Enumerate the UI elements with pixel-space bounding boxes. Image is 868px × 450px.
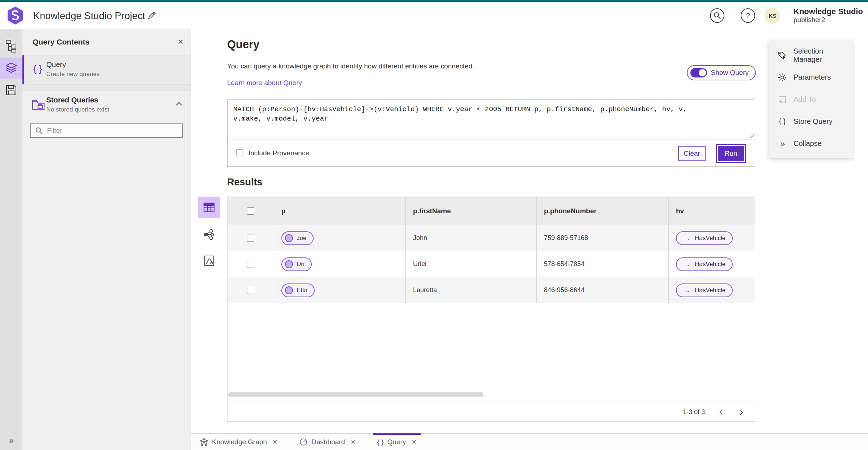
learn-more-link[interactable]: Learn more about Query (227, 79, 302, 87)
cell-firstname: John (413, 234, 427, 242)
arrow-right-icon: → (683, 234, 690, 242)
column-header-phonenumber[interactable]: p.phoneNumber (544, 207, 597, 215)
tab-knowledge-graph[interactable]: Knowledge Graph × (195, 434, 282, 450)
network-icon (204, 229, 214, 240)
close-tab-icon[interactable]: × (273, 437, 277, 447)
add-to-button[interactable]: Add To (769, 88, 853, 110)
double-chevron-right-icon: » (9, 436, 13, 445)
selection-manager-button[interactable]: Selection Manager (769, 44, 853, 66)
knowledge-graph-icon (200, 438, 208, 446)
arrow-right-icon: → (683, 286, 690, 294)
app-header: Knowledge Studio Project ? KS Knowledge … (0, 2, 868, 29)
previous-page-button[interactable] (717, 408, 725, 417)
textarea-resize-handle[interactable] (749, 133, 754, 138)
stored-queries-subtitle: No stored queries exist (46, 106, 109, 113)
horizontal-scrollbar-thumb[interactable] (228, 392, 484, 397)
query-item[interactable]: { } Query Create new queries (22, 55, 191, 84)
filter-field (30, 123, 183, 138)
node-pill[interactable]: Uri (281, 257, 312, 271)
select-all-checkbox[interactable] (247, 207, 254, 215)
node-icon (285, 260, 293, 268)
show-query-toggle[interactable]: Show Query (687, 65, 756, 80)
help-button[interactable]: ? (741, 8, 755, 23)
layers-icon (5, 62, 17, 74)
chart-icon (204, 255, 214, 266)
tab-label: Query (387, 438, 406, 446)
tab-query[interactable]: { } Query × (373, 434, 421, 450)
user-avatar[interactable]: KS (765, 8, 780, 24)
tab-label: Knowledge Graph (212, 438, 267, 446)
cell-phonenumber: 578-654-7854 (544, 260, 584, 268)
header-divider (733, 2, 733, 29)
table-header-row: p p.firstName p.phoneNumber hv (227, 197, 755, 225)
tab-label: Dashboard (311, 438, 345, 446)
edge-pill[interactable]: → HasVehicle (676, 231, 733, 245)
query-actions-panel: Selection Manager Parameters Add To { } (769, 41, 853, 158)
show-query-label: Show Query (711, 69, 749, 77)
selection-manager-icon (777, 51, 788, 60)
query-heading: Query (227, 38, 260, 51)
app-logo (7, 6, 24, 25)
column-header-p[interactable]: p (281, 207, 286, 215)
store-query-label: Store Query (793, 117, 833, 126)
close-tab-icon[interactable]: × (351, 437, 356, 447)
row-checkbox[interactable] (247, 235, 254, 242)
graph-view-button[interactable] (204, 229, 214, 240)
left-icon-rail: » (0, 29, 22, 450)
account-username: publisher2 (793, 16, 863, 24)
collapse-label: Collapse (793, 139, 822, 148)
expand-rail-button[interactable]: » (0, 436, 22, 446)
tab-dashboard[interactable]: Dashboard × (295, 434, 360, 450)
collapse-panel-button[interactable]: » Collapse (769, 133, 853, 155)
edge-label: HasVehicle (695, 261, 726, 268)
query-editor-wrap: MATCH (p:Person)-[hv:HasVehicle]->(v:Veh… (227, 100, 755, 139)
node-pill[interactable]: Joe (281, 231, 314, 245)
query-editor-textarea[interactable]: MATCH (p:Person)-[hv:HasVehicle]->(v:Veh… (227, 100, 755, 139)
run-button[interactable]: Run (717, 145, 745, 162)
rail-hierarchy-button[interactable] (0, 35, 22, 56)
column-header-hv[interactable]: hv (676, 207, 684, 215)
row-checkbox[interactable] (247, 261, 254, 268)
edit-title-icon[interactable] (146, 10, 157, 21)
edge-pill[interactable]: → HasVehicle (676, 257, 733, 271)
search-button[interactable] (710, 8, 724, 23)
query-actions-row: Include Provenance Clear Run (227, 139, 755, 167)
store-query-button[interactable]: { } Store Query (769, 110, 853, 133)
bottom-tab-bar: Knowledge Graph × Dashboard × { } Query … (191, 433, 868, 450)
account-info: Knowledge Studio publisher2 (793, 7, 863, 24)
query-contents-panel: Query Contents × { } Query Create new qu… (22, 29, 191, 450)
section-divider (22, 84, 191, 91)
query-item-subtitle: Create new queries (46, 71, 99, 78)
edge-pill[interactable]: → HasVehicle (676, 283, 733, 297)
filter-input[interactable] (46, 126, 178, 135)
query-editor-card: MATCH (p:Person)-[hv:HasVehicle]->(v:Veh… (227, 100, 755, 167)
braces-icon: { } (377, 438, 384, 446)
table-view-button[interactable] (198, 197, 220, 218)
account-name: Knowledge Studio (793, 7, 863, 16)
close-tab-icon[interactable]: × (412, 437, 417, 447)
close-panel-button[interactable]: × (178, 36, 183, 47)
next-page-button[interactable] (737, 408, 745, 417)
chart-view-button[interactable] (204, 255, 214, 266)
node-pill[interactable]: Etta (281, 283, 315, 297)
parameters-button[interactable]: Parameters (769, 66, 853, 88)
dashboard-gauge-icon (299, 438, 308, 446)
node-icon (285, 286, 293, 294)
gear-icon (777, 73, 788, 82)
rail-save-button[interactable] (0, 80, 22, 101)
toggle-switch-on[interactable] (690, 68, 707, 77)
rail-layers-button[interactable] (0, 58, 22, 79)
column-header-firstname[interactable]: p.firstName (413, 207, 451, 215)
table-row: Joe John 759-889-57168 → HasVehicle (227, 225, 755, 251)
node-label: Joe (297, 235, 306, 242)
row-checkbox[interactable] (247, 287, 254, 294)
main-content: Query You can query a knowledge graph to… (191, 29, 868, 433)
node-icon (285, 234, 293, 242)
collapse-section-chevron-up-icon[interactable] (175, 102, 183, 106)
add-to-icon (777, 95, 788, 104)
clear-button[interactable]: Clear (678, 146, 706, 161)
cell-firstname: Uriel (413, 260, 426, 268)
table-row: Uri Uriel 578-654-7854 → HasVehicle (227, 251, 755, 277)
stored-queries-item[interactable]: Stored Queries No stored queries exist (22, 91, 191, 121)
include-provenance-checkbox[interactable] (236, 149, 243, 156)
